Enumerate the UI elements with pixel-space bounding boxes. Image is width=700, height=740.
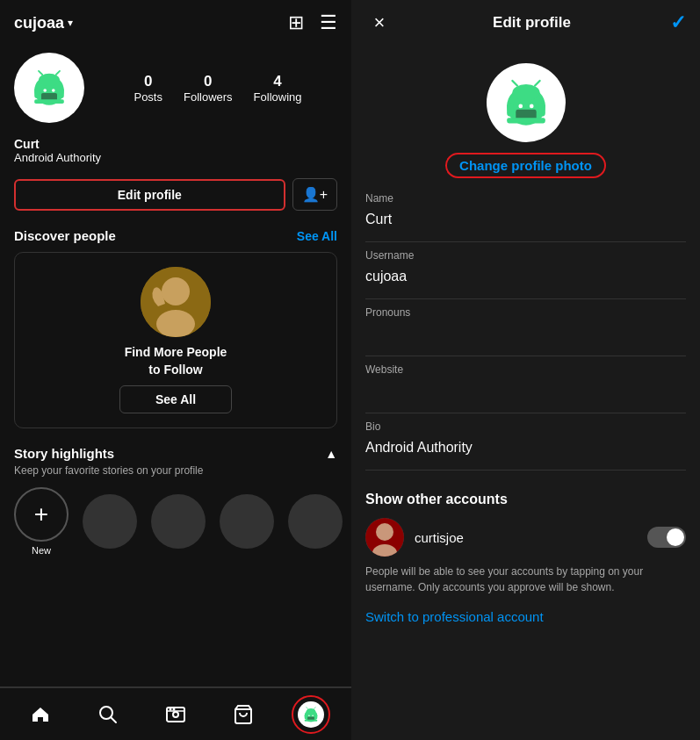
add-highlight-circle[interactable]: + [14,487,69,542]
name-field-group: Name [365,192,686,242]
discover-see-all-link[interactable]: See All [297,229,337,243]
svg-rect-47 [507,118,545,123]
svg-point-5 [39,74,60,86]
discover-card: Find More People to Follow See All [14,252,337,428]
svg-point-4 [52,89,55,92]
highlight-1[interactable] [83,494,137,549]
profile-section: 0 Posts 0 Followers 4 Following [0,46,351,137]
highlight-circle-1[interactable] [83,494,137,549]
username-input[interactable] [365,265,686,291]
avatar [14,53,84,123]
followers-count: 0 [204,73,212,90]
search-icon [97,704,119,725]
edit-profile-header: × Edit profile ✓ [351,0,700,46]
svg-point-42 [529,104,533,109]
svg-point-49 [376,523,393,541]
nav-profile[interactable] [292,695,330,734]
username-field-group: Username [365,249,686,299]
pronouns-input[interactable] [365,322,686,348]
highlight-circle-2[interactable] [151,494,206,549]
nav-profile-avatar [298,701,324,728]
bio-field-group: Bio [365,420,686,471]
svg-rect-37 [304,719,317,721]
highlights-section: Story highlights ▲ Keep your favorite st… [0,435,351,686]
discover-section: Discover people See All Find More People… [0,218,351,435]
nav-search[interactable] [89,695,127,734]
highlight-new-label: New [32,545,51,556]
confirm-button[interactable]: ✓ [670,11,686,34]
svg-rect-1 [34,88,40,98]
pronouns-field-group: Pronouns [365,306,686,356]
chevron-down-icon: ▾ [68,17,73,29]
highlight-circle-3[interactable] [220,494,274,549]
svg-point-41 [518,104,523,109]
website-field-group: Website [365,363,686,413]
pronouns-label: Pronouns [365,306,686,319]
highlights-title: Story highlights [14,446,114,461]
left-panel: cujoaa ▾ ⊞ ☰ [0,0,351,740]
svg-point-25 [169,708,171,710]
right-panel: × Edit profile ✓ Change profile photo Na… [351,0,700,740]
nav-home[interactable] [21,695,60,734]
svg-point-26 [172,708,175,710]
highlight-new[interactable]: + New [14,487,69,556]
name-input[interactable] [365,208,686,234]
edit-profile-row: Edit profile 👤+ [0,171,351,218]
username-display: cujoaa [14,14,64,32]
edit-avatar[interactable] [487,63,566,142]
left-header: cujoaa ▾ ⊞ ☰ [0,0,351,46]
add-person-button[interactable]: 👤+ [292,178,337,211]
name-label: Name [365,192,686,205]
posts-label: Posts [134,90,162,104]
svg-point-12 [156,310,195,337]
followers-label: Followers [184,90,233,104]
other-account-avatar [365,518,404,557]
website-input[interactable] [365,379,686,406]
highlights-row: + New [14,487,337,556]
following-stat[interactable]: 4 Following [254,73,302,104]
account-toggle[interactable] [647,527,686,548]
svg-point-3 [43,89,47,92]
highlight-4[interactable] [288,494,343,549]
close-button[interactable]: × [365,9,393,37]
bio-label: Bio [365,420,686,433]
highlight-circle-4[interactable] [288,494,343,549]
switch-professional-link[interactable]: Switch to professional account [365,609,686,638]
profile-name: Curt [14,137,337,151]
discover-header: Discover people See All [14,228,337,243]
svg-point-43 [512,84,539,101]
svg-line-45 [535,81,539,85]
svg-line-21 [111,717,116,722]
nav-shop[interactable] [224,695,263,734]
highlight-3[interactable] [220,494,274,549]
edit-profile-button[interactable]: Edit profile [14,179,285,211]
svg-rect-29 [304,715,307,719]
bio-input[interactable] [365,436,686,463]
discover-card-text: Find More People to Follow [125,344,227,378]
username-row[interactable]: cujoaa ▾ [14,14,73,32]
profile-photo-section: Change profile photo [351,46,700,192]
highlights-collapse-icon[interactable]: ▲ [325,447,337,461]
highlight-2[interactable] [151,494,206,549]
android-avatar-icon [23,61,76,114]
menu-icon[interactable]: ☰ [320,11,337,34]
account-row: curtisjoe [365,518,686,557]
change-photo-button[interactable]: Change profile photo [445,153,606,178]
username-label: Username [365,249,686,262]
add-post-icon[interactable]: ⊞ [288,11,304,34]
reels-icon [165,704,186,725]
shop-icon [233,704,254,725]
posts-stat[interactable]: 0 Posts [134,73,162,104]
svg-line-35 [314,707,315,708]
svg-point-31 [308,715,310,716]
discover-card-see-all-button[interactable]: See All [119,385,232,413]
person-avatar-icon [141,267,211,337]
svg-point-33 [306,708,314,713]
home-icon [30,704,51,725]
nav-reels[interactable] [156,695,195,734]
followers-stat[interactable]: 0 Followers [184,73,233,104]
svg-rect-30 [314,715,317,719]
following-count: 4 [273,73,281,90]
bottom-nav [0,687,351,740]
edit-profile-title: Edit profile [493,14,571,32]
